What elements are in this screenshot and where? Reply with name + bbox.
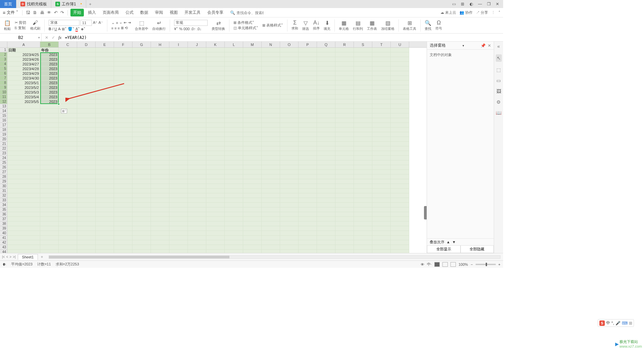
cell[interactable]	[262, 174, 280, 179]
cell[interactable]	[7, 217, 40, 221]
cell[interactable]	[354, 142, 372, 146]
cell[interactable]	[77, 132, 96, 137]
cell[interactable]	[96, 160, 114, 165]
cell[interactable]	[335, 62, 354, 66]
cell[interactable]	[280, 137, 299, 142]
cell[interactable]	[280, 236, 299, 240]
cell[interactable]	[280, 170, 299, 174]
indent-dec-icon[interactable]: ⇤	[124, 20, 127, 25]
cell[interactable]	[335, 193, 354, 198]
cell[interactable]	[77, 85, 96, 90]
cell[interactable]	[243, 245, 262, 250]
cell[interactable]	[132, 95, 151, 99]
cell[interactable]	[280, 118, 299, 123]
cell[interactable]	[317, 160, 335, 165]
cell[interactable]	[391, 160, 409, 165]
cell[interactable]	[372, 81, 391, 85]
cell[interactable]	[372, 250, 391, 253]
cell[interactable]	[151, 160, 169, 165]
cell[interactable]: 2023/4/27	[7, 62, 40, 66]
cell[interactable]	[114, 250, 132, 253]
cell[interactable]	[280, 193, 299, 198]
cell[interactable]	[372, 207, 391, 212]
cell[interactable]	[151, 113, 169, 118]
cell[interactable]	[114, 132, 132, 137]
row-header[interactable]: 34	[0, 203, 7, 207]
cell[interactable]	[243, 193, 262, 198]
cell[interactable]	[169, 81, 188, 85]
pointer-tool-icon[interactable]: ↖	[496, 54, 502, 62]
font-family-select[interactable]: 宋体	[49, 20, 79, 26]
cell[interactable]	[96, 104, 114, 109]
cell[interactable]	[40, 137, 59, 142]
cell[interactable]	[262, 123, 280, 128]
row-header[interactable]: 32	[0, 193, 7, 198]
cell[interactable]	[77, 137, 96, 142]
cell[interactable]	[335, 151, 354, 156]
cell[interactable]	[169, 240, 188, 245]
cell[interactable]	[335, 221, 354, 226]
cell[interactable]	[169, 104, 188, 109]
cell[interactable]	[280, 52, 299, 57]
cell[interactable]	[59, 236, 77, 240]
row-header[interactable]: 41	[0, 236, 7, 240]
cell[interactable]	[335, 132, 354, 137]
cell[interactable]	[225, 71, 243, 76]
pin-icon[interactable]: 📌	[481, 43, 486, 48]
cell[interactable]: 2023	[40, 99, 59, 104]
row-header[interactable]: 20	[0, 137, 7, 142]
row-header[interactable]: 18	[0, 128, 7, 132]
row-header[interactable]: 23	[0, 151, 7, 156]
cell[interactable]	[262, 179, 280, 184]
cell[interactable]	[317, 207, 335, 212]
cell[interactable]	[114, 66, 132, 71]
cell[interactable]	[188, 52, 206, 57]
cell[interactable]	[280, 174, 299, 179]
cell[interactable]	[169, 198, 188, 203]
cloud-status[interactable]: ☁ 未上云	[440, 10, 456, 15]
cell[interactable]	[317, 71, 335, 76]
cell[interactable]	[151, 81, 169, 85]
cell[interactable]	[225, 250, 243, 253]
cell[interactable]	[114, 62, 132, 66]
cell[interactable]	[391, 165, 409, 170]
cell[interactable]	[354, 174, 372, 179]
cell[interactable]	[40, 250, 59, 253]
cell[interactable]	[7, 231, 40, 236]
cell[interactable]	[225, 52, 243, 57]
align-left-icon[interactable]: ≡	[111, 26, 113, 30]
cell[interactable]	[262, 170, 280, 174]
cell[interactable]	[280, 113, 299, 118]
cell[interactable]	[262, 245, 280, 250]
cell[interactable]	[77, 62, 96, 66]
cell[interactable]	[59, 76, 77, 81]
cell[interactable]	[317, 236, 335, 240]
cell[interactable]	[59, 221, 77, 226]
cut-button[interactable]: ✂ 剪切	[15, 20, 26, 25]
cell[interactable]	[372, 109, 391, 113]
cell[interactable]	[114, 203, 132, 207]
cond-format-button[interactable]: ⊞ 条件格式˅	[233, 20, 254, 25]
align-justify-icon[interactable]: ≣	[121, 26, 124, 30]
cell[interactable]	[225, 156, 243, 160]
cell[interactable]	[40, 160, 59, 165]
cell[interactable]	[169, 193, 188, 198]
row-header[interactable]: 12	[0, 99, 7, 104]
cell[interactable]	[372, 57, 391, 62]
cell[interactable]	[262, 66, 280, 71]
row-header[interactable]: 15	[0, 113, 7, 118]
cell[interactable]	[317, 128, 335, 132]
cell[interactable]	[262, 57, 280, 62]
cell[interactable]	[132, 165, 151, 170]
cell[interactable]	[59, 212, 77, 217]
cell[interactable]	[225, 189, 243, 193]
cell[interactable]	[243, 189, 262, 193]
cell[interactable]	[77, 66, 96, 71]
cell[interactable]	[77, 207, 96, 212]
send-backward-icon[interactable]: ▼	[452, 240, 456, 244]
cell[interactable]	[114, 113, 132, 118]
type-convert-button[interactable]: ⇄类型转换	[210, 17, 226, 33]
cell[interactable]	[188, 104, 206, 109]
currency-icon[interactable]: ¥˅	[174, 27, 178, 31]
italic-icon[interactable]: I	[52, 27, 53, 31]
